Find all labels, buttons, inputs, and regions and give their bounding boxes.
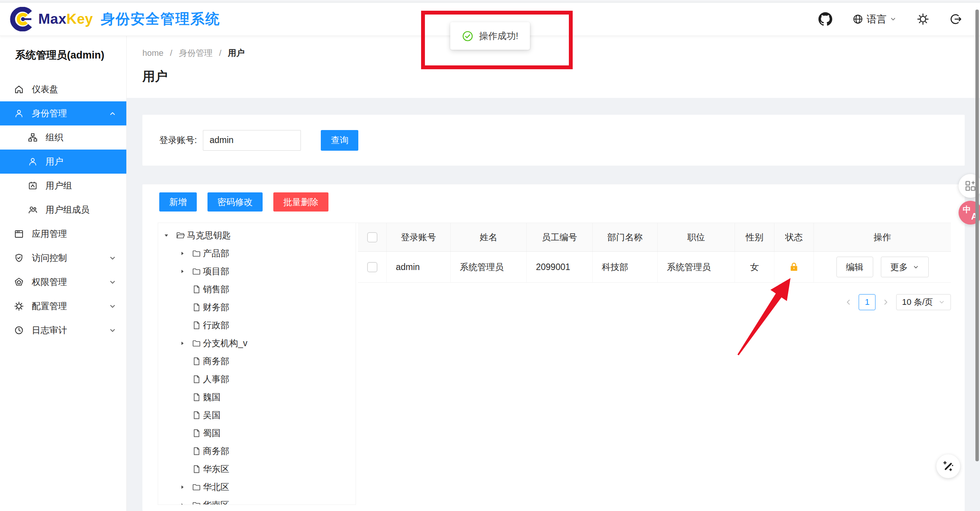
row-actions: 编辑 更多 [814,257,951,277]
window-top-edge [0,0,980,2]
tree-node[interactable]: 商务部 [158,352,356,370]
page-size-select[interactable]: 10 条/页 [896,294,951,310]
breadcrumb-identity[interactable]: 身份管理 [179,47,212,59]
file-icon [192,303,201,312]
column-header-gender: 性别 [735,223,774,251]
magic-wand-button[interactable] [936,454,960,478]
caret-right-icon[interactable] [180,484,192,491]
lock-icon[interactable] [788,261,800,273]
column-header-login-account: 登录账号 [387,223,451,251]
login-account-label: 登录账号: [159,134,197,146]
current-user-label: 系统管理员(admin) [0,36,126,62]
file-icon [192,321,201,330]
annotation-box [421,11,573,69]
sidebar-item-dashboard[interactable]: 仪表盘 [0,77,126,101]
chevron-down-icon [109,278,116,286]
toolbar: 新增 密码修改 批量删除 [159,192,951,212]
settings-gear-icon[interactable] [916,13,929,26]
sidebar-item-organization[interactable]: 组织 [0,125,126,150]
folder-icon [192,500,201,505]
sidebar-item-identity-management[interactable]: 身份管理 [0,101,126,125]
page-size-label: 10 条/页 [902,296,933,308]
prev-page-icon[interactable] [844,298,853,306]
more-button[interactable]: 更多 [881,257,929,277]
caret-right-icon[interactable] [180,502,192,505]
sidebar-menu: 仪表盘 身份管理 组织 用户 用户组 用户组成员 应用管理 访问 [0,77,126,342]
tree-node[interactable]: 产品部 [158,244,356,262]
tree-node[interactable]: 蜀国 [158,424,356,442]
tree-node[interactable]: 人事部 [158,370,356,388]
caret-right-icon[interactable] [180,250,192,257]
user-panel: 新增 密码修改 批量删除 马克思钥匙 产品部 [142,184,965,511]
tree-node[interactable]: 财务部 [158,298,356,316]
sidebar-item-log-audit[interactable]: 日志审计 [0,318,126,342]
edit-button[interactable]: 编辑 [836,257,873,277]
cell-department: 科技部 [593,252,658,282]
tree-node[interactable]: 华北区 [158,478,356,496]
sidebar-item-user-groups[interactable]: 用户组 [0,174,126,198]
column-header-department: 部门名称 [593,223,658,251]
tree-node-label: 分支机构_v [203,337,247,349]
sidebar-item-users[interactable]: 用户 [0,150,126,174]
tree-node[interactable]: 行政部 [158,316,356,334]
chevron-down-icon [913,264,919,270]
select-all-checkbox[interactable] [367,232,377,242]
tree-node[interactable]: 华东区 [158,460,356,478]
tree-node[interactable]: 马克思钥匙 [158,226,356,244]
sidebar-item-label: 仪表盘 [32,83,58,95]
login-account-input[interactable] [203,130,301,151]
file-icon [192,410,201,420]
language-menu[interactable]: 语言 [852,13,897,26]
tree-node[interactable]: 分支机构_v [158,334,356,352]
change-password-button[interactable]: 密码修改 [207,192,263,212]
tree-node[interactable]: 项目部 [158,262,356,280]
row-checkbox[interactable] [367,262,377,272]
tree-node[interactable]: 商务部 [158,442,356,460]
user-group-icon [28,181,38,191]
tree-node-label: 蜀国 [203,427,220,439]
tree-node-label: 人事部 [203,373,229,385]
tree-node[interactable]: 魏国 [158,388,356,406]
column-header-employee-id: 员工编号 [527,223,593,251]
sidebar-item-permission-management[interactable]: 权限管理 [0,270,126,294]
tree-node-label: 吴国 [203,409,220,421]
file-icon [192,374,201,384]
history-clock-icon [14,325,24,335]
scrollbar-thumb[interactable] [975,10,979,461]
page-number-button[interactable]: 1 [859,294,875,310]
breadcrumb-separator: / [170,48,172,58]
github-icon[interactable] [818,12,832,26]
tree-node[interactable]: 华南区 [158,496,356,505]
sidebar-item-group-members[interactable]: 用户组成员 [0,198,126,222]
logout-icon[interactable] [949,13,962,26]
caret-right-icon[interactable] [180,268,192,275]
file-icon [192,285,201,294]
org-chart-icon [28,132,38,143]
add-button[interactable]: 新增 [159,192,197,212]
cell-login-account: admin [387,252,451,282]
sidebar-item-config-management[interactable]: 配置管理 [0,294,126,318]
breadcrumb-home[interactable]: home [142,48,163,58]
file-icon [192,392,201,402]
sidebar-item-label: 应用管理 [32,228,67,240]
file-icon [192,356,201,366]
content: 登录账号: 查询 新增 密码修改 批量删除 马克思钥匙 [127,98,980,511]
batch-delete-button[interactable]: 批量删除 [273,192,328,212]
cell-gender: 女 [735,252,774,282]
next-page-icon[interactable] [882,298,890,306]
tree-node[interactable]: 销售部 [158,280,356,298]
apps-sparkle-icon [964,179,977,192]
brand[interactable]: MaxKey 身份安全管理系统 [0,7,220,31]
sidebar-item-app-management[interactable]: 应用管理 [0,222,126,246]
query-button[interactable]: 查询 [321,130,358,151]
sidebar-item-access-control[interactable]: 访问控制 [0,246,126,270]
caret-down-icon[interactable] [163,232,176,239]
folder-icon [192,482,201,492]
sidebar-item-label: 配置管理 [32,300,67,312]
tree-node[interactable]: 吴国 [158,406,356,424]
user-table: 登录账号 姓名 员工编号 部门名称 职位 性别 状态 操作 admin 系统管理… [358,223,951,505]
chevron-down-icon [109,327,116,334]
sidebar-item-label: 组织 [46,132,63,143]
translate-icon: 中 [963,204,971,215]
caret-right-icon[interactable] [180,340,192,347]
